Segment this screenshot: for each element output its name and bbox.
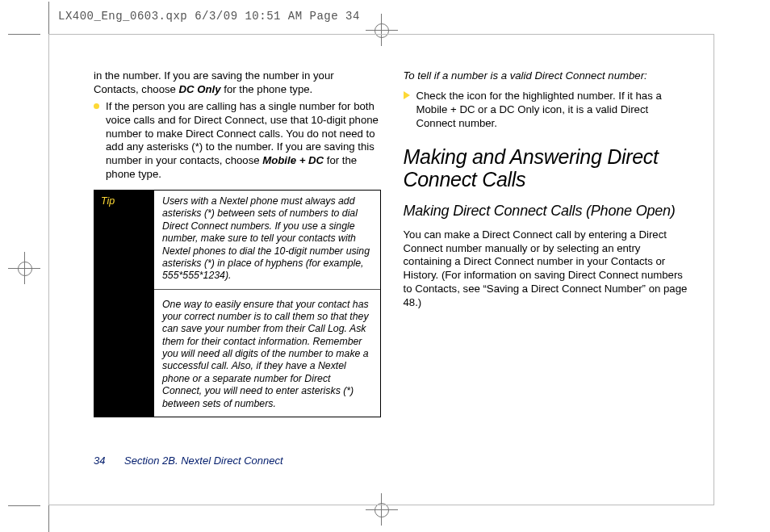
section-title: Making and Answering Direct Connect Call…: [404, 145, 691, 192]
page-number: 34: [94, 455, 105, 467]
page-footer: 34 Section 2B. Nextel Direct Connect: [94, 455, 283, 467]
tip-box: Tip Users with a Nextel phone must alway…: [94, 190, 381, 417]
left-column: in the number. If you are saving the num…: [94, 69, 381, 417]
page-content: in the number. If you are saving the num…: [48, 34, 714, 505]
bullet-mobile-dc: Mobile + DC: [262, 154, 324, 166]
triangle-bullet-icon: [404, 91, 410, 99]
section-label: Section 2B. Nextel Direct Connect: [124, 455, 283, 467]
tip-divider: [154, 289, 380, 290]
intro-paragraph: in the number. If you are saving the num…: [94, 69, 381, 97]
bullet-item: If the person you are calling has a sing…: [94, 100, 381, 182]
bullet-dot-icon: [94, 103, 99, 109]
body-paragraph: You can make a Direct Connect call by en…: [404, 228, 691, 310]
tip-text-1: Users with a Nextel phone must always ad…: [154, 191, 380, 289]
right-column: To tell if a number is a valid Direct Co…: [404, 69, 691, 417]
imposition-slug: LX400_Eng_0603.qxp 6/3/09 10:51 AM Page …: [58, 10, 360, 23]
intro-dc-only: DC Only: [179, 83, 221, 95]
intro-text-2: for the phone type.: [221, 83, 313, 95]
lead-in-text: To tell if a number is a valid Direct Co…: [404, 69, 691, 83]
check-item-text: Check the icon for the highlighted numbe…: [416, 90, 691, 131]
check-item: Check the icon for the highlighted numbe…: [404, 90, 691, 131]
subsection-title: Making Direct Connect Calls (Phone Open): [404, 203, 691, 220]
tip-label-spacer: [94, 294, 154, 417]
tip-label: Tip: [94, 191, 154, 289]
tip-text-2: One way to easily ensure that your conta…: [154, 294, 380, 417]
